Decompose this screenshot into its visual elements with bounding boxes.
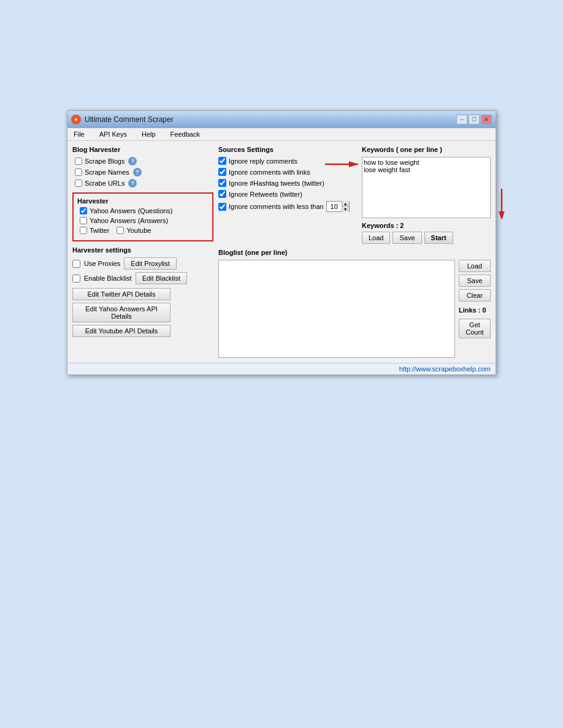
window-controls: – ☐ ✕ — [456, 115, 492, 124]
menu-api-keys[interactable]: API Keys — [96, 129, 131, 139]
left-panel: Blog Harvester Scrape Blogs ? Scrape Nam… — [72, 146, 213, 358]
scrape-blogs-row: Scrape Blogs ? — [72, 157, 213, 165]
enable-blacklist-label: Enable Blacklist — [84, 275, 132, 282]
ignore-retweets-checkbox[interactable] — [218, 190, 226, 198]
api-buttons-group: Edit Twitter API Details Edit Yahoo Answ… — [72, 288, 213, 337]
spin-up-button[interactable]: ▲ — [342, 201, 349, 207]
down-arrow-svg — [496, 189, 508, 219]
scrape-names-label: Scrape Names — [85, 169, 129, 176]
use-proxies-row: Use Proxies Edit Proxylist — [72, 257, 213, 270]
keywords-start-button[interactable]: Start — [424, 232, 453, 244]
footer-link[interactable]: http://www.scrapeboxhelp.com — [399, 365, 491, 373]
menu-file[interactable]: File — [70, 129, 88, 139]
ignore-retweets-label: Ignore Retweets (twitter) — [229, 191, 302, 198]
sources-settings-section: Sources Settings Ignore reply comments I… — [218, 146, 357, 244]
ignore-links-row: Ignore comments with links — [218, 168, 357, 176]
bloglist-load-button[interactable]: Load — [459, 260, 491, 272]
main-window: ♥ Ultimate Comment Scraper – ☐ ✕ File AP… — [67, 110, 496, 375]
spin-down-button[interactable]: ▼ — [342, 207, 349, 212]
spinner-arrows: ▲ ▼ — [342, 201, 349, 212]
ignore-less-checkbox[interactable] — [218, 203, 226, 211]
blog-harvester-title: Blog Harvester — [72, 146, 213, 153]
edit-blacklist-button[interactable]: Edit Blacklist — [136, 272, 187, 284]
close-button[interactable]: ✕ — [481, 115, 492, 124]
edit-yahoo-api-button[interactable]: Edit Yahoo Answers API Details — [72, 303, 170, 322]
use-proxies-checkbox[interactable] — [72, 260, 80, 268]
maximize-button[interactable]: ☐ — [469, 115, 480, 124]
ignore-hashtag-label: Ignore #Hashtag tweets (twitter) — [229, 180, 324, 187]
twitter-checkbox[interactable] — [80, 227, 87, 234]
keywords-save-button[interactable]: Save — [393, 232, 421, 244]
window-title: Ultimate Comment Scraper — [85, 115, 174, 124]
ignore-reply-row: Ignore reply comments — [218, 157, 357, 165]
ignore-links-label: Ignore comments with links — [229, 169, 310, 176]
menu-help[interactable]: Help — [138, 129, 159, 139]
use-proxies-label: Use Proxies — [84, 260, 120, 267]
links-count: Links : 0 — [459, 306, 491, 314]
down-arrow-annotation — [496, 189, 508, 221]
bloglist-content: Load Save Clear Links : 0 Get Count — [218, 260, 491, 358]
harvester-settings-section: Harvester settings Use Proxies Edit Prox… — [72, 246, 213, 337]
scrape-urls-checkbox[interactable] — [75, 180, 82, 187]
keywords-load-button[interactable]: Load — [362, 232, 390, 244]
yahoo-questions-checkbox[interactable] — [80, 207, 87, 214]
edit-twitter-api-button[interactable]: Edit Twitter API Details — [72, 288, 170, 300]
edit-proxylist-button[interactable]: Edit Proxylist — [124, 257, 177, 270]
keywords-title: Keywords ( one per line ) — [362, 146, 491, 153]
youtube-row: Youtube — [114, 227, 151, 234]
sources-title: Sources Settings — [218, 146, 357, 153]
ignore-retweets-row: Ignore Retweets (twitter) — [218, 190, 357, 198]
menu-feedback[interactable]: Feedback — [167, 129, 204, 139]
app-icon-letter: ♥ — [75, 117, 78, 123]
youtube-checkbox[interactable] — [117, 227, 124, 234]
keywords-with-arrow: Keywords ( one per line ) — [362, 146, 491, 219]
bloglist-area: Bloglist (one per line) Load Save Clear … — [218, 249, 491, 358]
right-panel: Sources Settings Ignore reply comments I… — [218, 146, 491, 358]
ignore-less-row: Ignore comments with less than ▲ ▼ — [218, 201, 357, 212]
harvester-title: Harvester — [77, 197, 209, 205]
menubar: File API Keys Help Feedback — [67, 128, 496, 141]
bloglist-clear-button[interactable]: Clear — [459, 289, 491, 301]
keywords-section: Keywords ( one per line ) — [362, 146, 491, 244]
minimize-button[interactable]: – — [456, 115, 467, 124]
footer: http://www.scrapeboxhelp.com — [67, 363, 496, 374]
bloglist-textarea[interactable] — [218, 260, 455, 358]
ignore-hashtag-checkbox[interactable] — [218, 179, 226, 187]
scrape-blogs-checkbox[interactable] — [75, 157, 82, 165]
ignore-less-label: Ignore comments with less than — [229, 203, 324, 210]
less-than-value[interactable] — [327, 202, 342, 211]
ignore-reply-checkbox[interactable] — [218, 157, 226, 165]
twitter-youtube-row: Twitter Youtube — [77, 227, 209, 237]
bloglist-title: Bloglist (one per line) — [218, 249, 491, 256]
youtube-label: Youtube — [126, 227, 151, 234]
keywords-count: Keywords : 2 — [362, 222, 491, 229]
scrape-names-row: Scrape Names ? — [72, 168, 213, 176]
blog-harvester-section: Blog Harvester Scrape Blogs ? Scrape Nam… — [72, 146, 213, 188]
scrape-names-checkbox[interactable] — [75, 169, 82, 176]
twitter-label: Twitter — [90, 227, 109, 234]
scrape-urls-row: Scrabe URLs ? — [72, 179, 213, 188]
harvester-section: Harvester Yahoo Answers (Questions) Yaho… — [72, 192, 213, 241]
yahoo-answers-checkbox[interactable] — [80, 217, 87, 224]
top-panels: Sources Settings Ignore reply comments I… — [218, 146, 491, 244]
keywords-buttons: Load Save Start — [362, 232, 491, 244]
scrape-names-help-icon[interactable]: ? — [133, 168, 142, 176]
scrape-blogs-help-icon[interactable]: ? — [128, 157, 137, 165]
scrape-urls-help-icon[interactable]: ? — [128, 179, 137, 188]
enable-blacklist-row: Enable Blacklist Edit Blacklist — [72, 272, 213, 284]
scrape-blogs-label: Scrape Blogs — [85, 157, 124, 165]
titlebar: ♥ Ultimate Comment Scraper – ☐ ✕ — [67, 111, 496, 128]
less-than-spinner[interactable]: ▲ ▼ — [326, 201, 350, 212]
bloglist-buttons: Load Save Clear Links : 0 Get Count — [459, 260, 491, 358]
bloglist-save-button[interactable]: Save — [459, 275, 491, 287]
yahoo-questions-row: Yahoo Answers (Questions) — [77, 207, 209, 214]
yahoo-answers-label: Yahoo Answers (Answers) — [90, 217, 168, 224]
get-count-button[interactable]: Get Count — [459, 319, 491, 338]
ignore-links-checkbox[interactable] — [218, 168, 226, 176]
harvester-settings-title: Harvester settings — [72, 246, 213, 254]
scrape-urls-label: Scrabe URLs — [85, 180, 124, 187]
ignore-hashtag-row: Ignore #Hashtag tweets (twitter) — [218, 179, 357, 187]
edit-youtube-api-button[interactable]: Edit Youtube API Details — [72, 325, 170, 337]
enable-blacklist-checkbox[interactable] — [72, 275, 80, 282]
keywords-textarea[interactable]: how to lose weight lose weight fast — [362, 157, 491, 218]
